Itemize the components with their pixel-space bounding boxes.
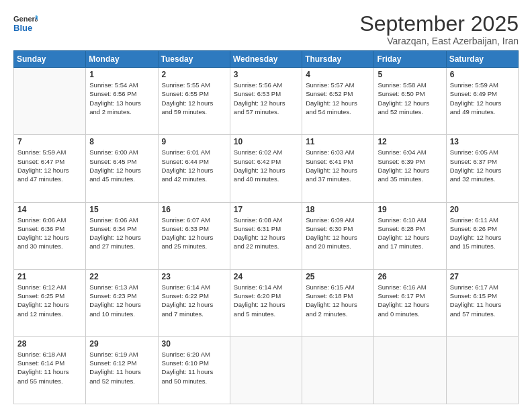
day-info: Sunrise: 6:04 AM Sunset: 6:39 PM Dayligh… (378, 148, 442, 183)
day-info: Sunrise: 6:15 AM Sunset: 6:18 PM Dayligh… (306, 283, 370, 318)
day-info: Sunrise: 6:00 AM Sunset: 6:45 PM Dayligh… (89, 148, 154, 183)
table-row: 8Sunrise: 6:00 AM Sunset: 6:45 PM Daylig… (86, 135, 158, 202)
header-thursday: Thursday (302, 51, 374, 68)
day-number: 8 (89, 137, 154, 146)
table-row: 19Sunrise: 6:10 AM Sunset: 6:28 PM Dayli… (374, 202, 446, 269)
table-row: 6Sunrise: 5:59 AM Sunset: 6:49 PM Daylig… (446, 68, 518, 135)
day-number: 1 (89, 70, 154, 79)
table-row: 24Sunrise: 6:14 AM Sunset: 6:20 PM Dayli… (230, 269, 302, 336)
day-info: Sunrise: 5:59 AM Sunset: 6:49 PM Dayligh… (450, 81, 515, 116)
day-number: 13 (450, 137, 515, 146)
day-info: Sunrise: 6:06 AM Sunset: 6:34 PM Dayligh… (89, 216, 154, 251)
table-row: 28Sunrise: 6:18 AM Sunset: 6:14 PM Dayli… (14, 336, 86, 404)
calendar-week-row: 1Sunrise: 5:54 AM Sunset: 6:56 PM Daylig… (14, 68, 519, 135)
day-info: Sunrise: 6:11 AM Sunset: 6:26 PM Dayligh… (450, 216, 515, 251)
day-info: Sunrise: 6:14 AM Sunset: 6:20 PM Dayligh… (234, 283, 298, 318)
table-row (302, 336, 374, 404)
location: Varazqan, East Azerbaijan, Iran (359, 36, 519, 46)
logo: General Blue (13, 12, 38, 36)
table-row (446, 336, 518, 404)
day-info: Sunrise: 5:59 AM Sunset: 6:47 PM Dayligh… (17, 148, 82, 183)
day-info: Sunrise: 6:19 AM Sunset: 6:12 PM Dayligh… (89, 350, 154, 385)
table-row: 27Sunrise: 6:17 AM Sunset: 6:15 PM Dayli… (446, 269, 518, 336)
svg-text:Blue: Blue (13, 23, 32, 33)
day-number: 10 (234, 137, 298, 146)
day-info: Sunrise: 6:07 AM Sunset: 6:33 PM Dayligh… (162, 216, 226, 251)
logo-svg: General Blue (13, 12, 38, 36)
day-info: Sunrise: 5:58 AM Sunset: 6:50 PM Dayligh… (378, 81, 442, 116)
table-row: 4Sunrise: 5:57 AM Sunset: 6:52 PM Daylig… (302, 68, 374, 135)
calendar-header-row: Sunday Monday Tuesday Wednesday Thursday… (14, 51, 519, 68)
day-number: 3 (234, 70, 298, 79)
day-number: 16 (162, 205, 226, 214)
table-row: 14Sunrise: 6:06 AM Sunset: 6:36 PM Dayli… (14, 202, 86, 269)
day-number: 30 (162, 339, 226, 349)
day-info: Sunrise: 6:16 AM Sunset: 6:17 PM Dayligh… (378, 283, 442, 318)
table-row: 25Sunrise: 6:15 AM Sunset: 6:18 PM Dayli… (302, 269, 374, 336)
day-info: Sunrise: 6:05 AM Sunset: 6:37 PM Dayligh… (450, 148, 515, 183)
day-number: 4 (306, 70, 370, 79)
table-row: 5Sunrise: 5:58 AM Sunset: 6:50 PM Daylig… (374, 68, 446, 135)
day-number: 11 (306, 137, 370, 146)
day-info: Sunrise: 6:03 AM Sunset: 6:41 PM Dayligh… (306, 148, 370, 183)
month-title: September 2025 (359, 12, 519, 36)
day-info: Sunrise: 6:09 AM Sunset: 6:30 PM Dayligh… (306, 216, 370, 251)
table-row: 12Sunrise: 6:04 AM Sunset: 6:39 PM Dayli… (374, 135, 446, 202)
table-row: 22Sunrise: 6:13 AM Sunset: 6:23 PM Dayli… (86, 269, 158, 336)
day-number: 18 (306, 205, 370, 214)
header-wednesday: Wednesday (230, 51, 302, 68)
day-info: Sunrise: 6:20 AM Sunset: 6:10 PM Dayligh… (162, 350, 226, 385)
table-row: 13Sunrise: 6:05 AM Sunset: 6:37 PM Dayli… (446, 135, 518, 202)
table-row: 18Sunrise: 6:09 AM Sunset: 6:30 PM Dayli… (302, 202, 374, 269)
calendar-table: Sunday Monday Tuesday Wednesday Thursday… (13, 50, 519, 404)
header-monday: Monday (86, 51, 158, 68)
page-header: General Blue September 2025 Varazqan, Ea… (13, 12, 519, 46)
header-friday: Friday (374, 51, 446, 68)
table-row: 21Sunrise: 6:12 AM Sunset: 6:25 PM Dayli… (14, 269, 86, 336)
day-number: 19 (378, 205, 442, 214)
logo-container: General Blue (13, 12, 38, 36)
day-number: 15 (89, 205, 154, 214)
day-number: 21 (17, 272, 82, 281)
day-number: 28 (17, 339, 82, 349)
day-info: Sunrise: 6:13 AM Sunset: 6:23 PM Dayligh… (89, 283, 154, 318)
header-tuesday: Tuesday (158, 51, 230, 68)
day-info: Sunrise: 6:08 AM Sunset: 6:31 PM Dayligh… (234, 216, 298, 251)
day-number: 22 (89, 272, 154, 281)
calendar-week-row: 21Sunrise: 6:12 AM Sunset: 6:25 PM Dayli… (14, 269, 519, 336)
calendar-week-row: 28Sunrise: 6:18 AM Sunset: 6:14 PM Dayli… (14, 336, 519, 404)
day-info: Sunrise: 6:14 AM Sunset: 6:22 PM Dayligh… (162, 283, 226, 318)
day-number: 5 (378, 70, 442, 79)
day-info: Sunrise: 6:06 AM Sunset: 6:36 PM Dayligh… (17, 216, 82, 251)
day-number: 2 (162, 70, 226, 79)
day-info: Sunrise: 6:01 AM Sunset: 6:44 PM Dayligh… (162, 148, 226, 183)
day-number: 25 (306, 272, 370, 281)
day-number: 24 (234, 272, 298, 281)
table-row: 17Sunrise: 6:08 AM Sunset: 6:31 PM Dayli… (230, 202, 302, 269)
title-block: September 2025 Varazqan, East Azerbaijan… (359, 12, 519, 46)
day-info: Sunrise: 6:12 AM Sunset: 6:25 PM Dayligh… (17, 283, 82, 318)
table-row: 2Sunrise: 5:55 AM Sunset: 6:55 PM Daylig… (158, 68, 230, 135)
day-number: 20 (450, 205, 515, 214)
day-info: Sunrise: 5:55 AM Sunset: 6:55 PM Dayligh… (162, 81, 226, 116)
day-number: 12 (378, 137, 442, 146)
day-number: 26 (378, 272, 442, 281)
table-row: 15Sunrise: 6:06 AM Sunset: 6:34 PM Dayli… (86, 202, 158, 269)
table-row (230, 336, 302, 404)
header-sunday: Sunday (14, 51, 86, 68)
day-info: Sunrise: 6:18 AM Sunset: 6:14 PM Dayligh… (17, 350, 82, 385)
table-row: 20Sunrise: 6:11 AM Sunset: 6:26 PM Dayli… (446, 202, 518, 269)
day-number: 23 (162, 272, 226, 281)
day-info: Sunrise: 6:10 AM Sunset: 6:28 PM Dayligh… (378, 216, 442, 251)
table-row: 29Sunrise: 6:19 AM Sunset: 6:12 PM Dayli… (86, 336, 158, 404)
day-info: Sunrise: 5:56 AM Sunset: 6:53 PM Dayligh… (234, 81, 298, 116)
header-saturday: Saturday (446, 51, 518, 68)
table-row: 30Sunrise: 6:20 AM Sunset: 6:10 PM Dayli… (158, 336, 230, 404)
day-number: 29 (89, 339, 154, 349)
day-number: 9 (162, 137, 226, 146)
calendar-week-row: 7Sunrise: 5:59 AM Sunset: 6:47 PM Daylig… (14, 135, 519, 202)
table-row: 9Sunrise: 6:01 AM Sunset: 6:44 PM Daylig… (158, 135, 230, 202)
table-row: 11Sunrise: 6:03 AM Sunset: 6:41 PM Dayli… (302, 135, 374, 202)
table-row: 7Sunrise: 5:59 AM Sunset: 6:47 PM Daylig… (14, 135, 86, 202)
table-row (374, 336, 446, 404)
